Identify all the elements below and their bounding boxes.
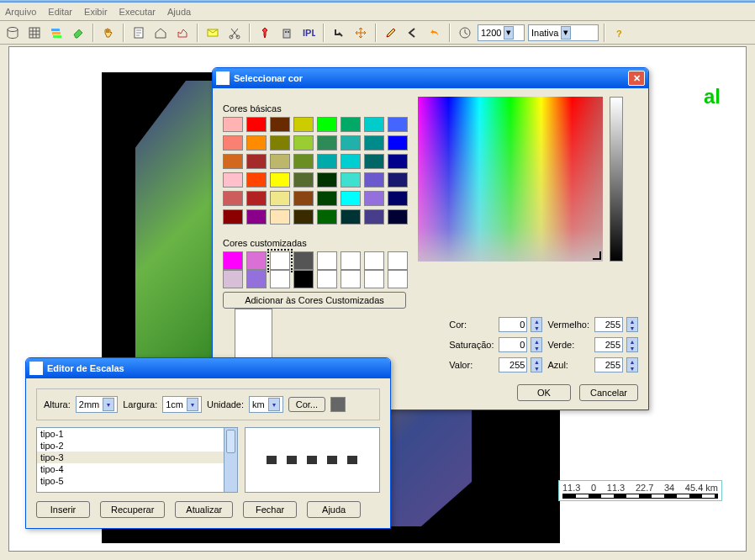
home-icon[interactable] (151, 24, 170, 42)
hand-icon[interactable] (99, 24, 118, 42)
grid-icon[interactable] (25, 24, 44, 42)
custom-color-swatch[interactable] (223, 251, 243, 270)
titlebar[interactable]: Editor de Escalas (26, 358, 390, 378)
red-input[interactable] (594, 317, 623, 332)
color-swatch[interactable] (364, 209, 384, 225)
undo-icon[interactable] (425, 24, 444, 42)
green-input[interactable] (594, 337, 623, 352)
recuperar-button[interactable]: Recuperar (100, 501, 165, 518)
altura-select[interactable]: 2mm▾ (76, 396, 118, 413)
titlebar[interactable]: Seleccionar cor ✕ (213, 68, 648, 88)
eraser-icon[interactable] (69, 24, 87, 42)
chart-icon[interactable] (173, 24, 192, 42)
color-swatch[interactable] (270, 154, 290, 169)
building-icon[interactable] (277, 24, 296, 42)
list-item[interactable]: tipo-3 (37, 452, 237, 463)
chevron-down-icon[interactable]: ▾ (561, 26, 571, 40)
color-swatch[interactable] (364, 154, 384, 169)
color-swatch[interactable] (388, 191, 408, 206)
color-swatch[interactable] (223, 117, 243, 132)
color-swatch[interactable] (364, 191, 384, 206)
list-item[interactable]: tipo-4 (37, 463, 237, 475)
luminance-slider[interactable] (610, 97, 623, 262)
menu-ajuda[interactable]: Ajuda (167, 7, 191, 17)
largura-select[interactable]: 1cm▾ (162, 396, 202, 413)
color-swatch[interactable] (317, 172, 337, 188)
spinner[interactable]: ▲▼ (626, 337, 638, 352)
color-swatch[interactable] (270, 135, 290, 151)
pencil-icon[interactable] (382, 24, 400, 42)
atualizar-button[interactable]: Atualizar (175, 501, 233, 518)
scrollbar[interactable] (224, 428, 237, 492)
color-swatch[interactable] (223, 191, 243, 206)
db-icon[interactable] (3, 24, 22, 42)
help-icon[interactable]: ? (610, 24, 629, 42)
cancel-button[interactable]: Cancelar (579, 384, 638, 401)
custom-color-swatch[interactable] (270, 251, 290, 270)
color-swatch[interactable] (388, 135, 408, 151)
inserir-button[interactable]: Inserir (36, 501, 90, 518)
close-button[interactable]: ✕ (628, 71, 645, 86)
custom-color-swatch[interactable] (364, 251, 384, 270)
custom-color-swatch[interactable] (341, 270, 361, 288)
color-swatch[interactable] (223, 154, 243, 169)
cut-icon[interactable] (225, 24, 244, 42)
spinner[interactable]: ▲▼ (531, 317, 542, 332)
back-icon[interactable] (404, 24, 422, 42)
color-swatch[interactable] (293, 135, 314, 151)
status-select[interactable]: Inativa▾ (528, 24, 599, 41)
list-item[interactable]: tipo-2 (37, 440, 237, 452)
menu-executar[interactable]: Executar (119, 7, 156, 17)
color-swatch[interactable] (270, 209, 290, 225)
color-swatch[interactable] (246, 191, 267, 206)
report-icon[interactable] (129, 24, 148, 42)
hue-input[interactable] (499, 317, 527, 332)
spinner[interactable]: ▲▼ (626, 357, 638, 372)
color-swatch[interactable] (388, 154, 408, 169)
color-swatch[interactable] (317, 135, 337, 151)
val-input[interactable] (499, 357, 527, 372)
arrow-down-right-icon[interactable] (330, 24, 348, 42)
tipo-listbox[interactable]: tipo-1tipo-2tipo-3tipo-4tipo-5 (36, 427, 238, 493)
color-swatch[interactable] (317, 154, 337, 169)
custom-color-swatch[interactable] (388, 251, 408, 270)
menu-exibir[interactable]: Exibir (84, 7, 108, 17)
color-gradient[interactable] (418, 97, 603, 262)
color-swatch[interactable] (270, 172, 290, 188)
custom-color-swatch[interactable] (364, 270, 384, 288)
color-swatch[interactable] (317, 117, 337, 132)
color-swatch[interactable] (293, 191, 314, 206)
color-swatch[interactable] (317, 191, 337, 206)
move-icon[interactable] (351, 24, 370, 42)
custom-color-swatch[interactable] (246, 251, 267, 270)
color-swatch[interactable] (364, 172, 384, 188)
color-swatch[interactable] (293, 172, 314, 188)
color-swatch[interactable] (388, 172, 408, 188)
custom-color-swatch[interactable] (223, 270, 243, 288)
color-swatch[interactable] (293, 209, 314, 225)
custom-color-swatch[interactable] (246, 270, 267, 288)
zoom-input[interactable]: 1200▾ (478, 24, 525, 41)
cor-button[interactable]: Cor... (288, 397, 325, 412)
color-swatch[interactable] (293, 117, 314, 132)
spinner[interactable]: ▲▼ (531, 337, 542, 352)
color-swatch[interactable] (223, 172, 243, 188)
color-swatch[interactable] (341, 191, 361, 206)
color-swatch[interactable] (341, 135, 361, 151)
color-swatch[interactable] (246, 209, 267, 225)
color-swatch[interactable] (341, 209, 361, 225)
ok-button[interactable]: OK (517, 384, 571, 401)
custom-color-swatch[interactable] (317, 251, 337, 270)
color-swatch[interactable] (246, 117, 267, 132)
color-swatch[interactable] (246, 172, 267, 188)
menu-editar[interactable]: Editar (48, 7, 72, 17)
unidade-select[interactable]: km▾ (249, 396, 283, 413)
custom-color-swatch[interactable] (293, 270, 314, 288)
custom-color-swatch[interactable] (317, 270, 337, 288)
color-swatch[interactable] (364, 135, 384, 151)
ipl-icon[interactable]: IPL (299, 24, 318, 42)
sat-input[interactable] (499, 337, 527, 352)
color-swatch[interactable] (341, 154, 361, 169)
add-custom-color-button[interactable]: Adicionar às Cores Customizadas (223, 292, 406, 309)
color-swatch[interactable] (223, 209, 243, 225)
